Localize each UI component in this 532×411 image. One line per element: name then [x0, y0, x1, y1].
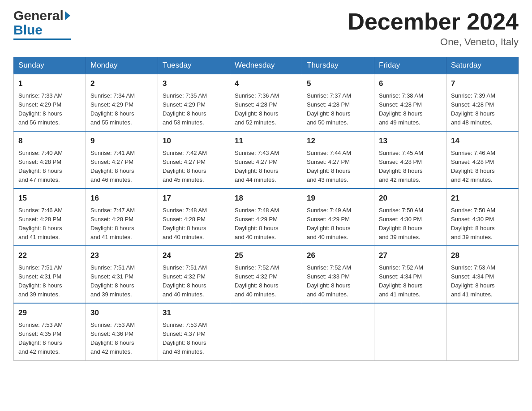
- day-info: Sunrise: 7:51 AMSunset: 4:32 PMDaylight:…: [163, 264, 207, 298]
- day-info: Sunrise: 7:33 AMSunset: 4:29 PMDaylight:…: [18, 92, 63, 126]
- day-number: 19: [307, 193, 369, 204]
- day-info: Sunrise: 7:50 AMSunset: 4:30 PMDaylight:…: [379, 207, 423, 240]
- col-saturday: Saturday: [446, 57, 519, 74]
- col-tuesday: Tuesday: [158, 57, 230, 74]
- calendar-table: Sunday Monday Tuesday Wednesday Thursday…: [13, 57, 519, 360]
- day-number: 14: [451, 135, 514, 147]
- day-number: 16: [90, 193, 153, 204]
- day-number: 13: [379, 135, 442, 147]
- day-number: 15: [18, 193, 81, 204]
- table-row: 11 Sunrise: 7:43 AMSunset: 4:27 PMDaylig…: [230, 131, 302, 188]
- logo-blue-word: Blue: [13, 22, 43, 38]
- day-number: 22: [18, 250, 81, 261]
- day-number: 27: [379, 250, 442, 261]
- day-number: 12: [307, 135, 369, 147]
- day-info: Sunrise: 7:47 AMSunset: 4:28 PMDaylight:…: [90, 207, 135, 240]
- day-number: 3: [163, 78, 225, 90]
- table-row: 3 Sunrise: 7:35 AMSunset: 4:29 PMDayligh…: [158, 74, 230, 131]
- table-row: 10 Sunrise: 7:42 AMSunset: 4:27 PMDaylig…: [158, 131, 230, 188]
- location-text: One, Veneto, Italy: [348, 36, 519, 48]
- day-info: Sunrise: 7:51 AMSunset: 4:31 PMDaylight:…: [18, 264, 63, 298]
- calendar-week-row: 1 Sunrise: 7:33 AMSunset: 4:29 PMDayligh…: [14, 74, 519, 131]
- day-info: Sunrise: 7:45 AMSunset: 4:28 PMDaylight:…: [379, 150, 423, 183]
- table-row: [302, 303, 374, 360]
- calendar-week-row: 22 Sunrise: 7:51 AMSunset: 4:31 PMDaylig…: [14, 246, 519, 303]
- logo-text: General: [13, 9, 64, 22]
- table-row: 14 Sunrise: 7:46 AMSunset: 4:28 PMDaylig…: [446, 131, 519, 188]
- day-info: Sunrise: 7:53 AMSunset: 4:34 PMDaylight:…: [451, 264, 495, 298]
- day-number: 1: [18, 78, 81, 90]
- table-row: 9 Sunrise: 7:41 AMSunset: 4:27 PMDayligh…: [86, 131, 158, 188]
- day-info: Sunrise: 7:51 AMSunset: 4:31 PMDaylight:…: [90, 264, 135, 298]
- day-info: Sunrise: 7:53 AMSunset: 4:35 PMDaylight:…: [18, 321, 63, 355]
- page-header: General Blue December 2024 One, Veneto, …: [13, 9, 519, 48]
- day-number: 28: [451, 250, 514, 261]
- table-row: 6 Sunrise: 7:38 AMSunset: 4:28 PMDayligh…: [374, 74, 446, 131]
- col-wednesday: Wednesday: [230, 57, 302, 74]
- calendar-week-row: 29 Sunrise: 7:53 AMSunset: 4:35 PMDaylig…: [14, 303, 519, 360]
- logo-arrow-icon: [65, 11, 70, 20]
- table-row: 31 Sunrise: 7:53 AMSunset: 4:37 PMDaylig…: [158, 303, 230, 360]
- day-number: 21: [451, 193, 514, 204]
- table-row: 21 Sunrise: 7:50 AMSunset: 4:30 PMDaylig…: [446, 188, 519, 246]
- day-number: 29: [18, 307, 81, 319]
- day-number: 8: [18, 135, 81, 147]
- month-title: December 2024: [348, 9, 519, 34]
- day-number: 5: [307, 78, 369, 90]
- day-info: Sunrise: 7:50 AMSunset: 4:30 PMDaylight:…: [451, 207, 495, 240]
- day-number: 26: [307, 250, 369, 261]
- day-info: Sunrise: 7:52 AMSunset: 4:34 PMDaylight:…: [379, 264, 423, 298]
- table-row: [374, 303, 446, 360]
- calendar-week-row: 15 Sunrise: 7:46 AMSunset: 4:28 PMDaylig…: [14, 188, 519, 246]
- day-info: Sunrise: 7:35 AMSunset: 4:29 PMDaylight:…: [163, 92, 207, 126]
- day-info: Sunrise: 7:48 AMSunset: 4:28 PMDaylight:…: [163, 207, 207, 240]
- table-row: 25 Sunrise: 7:52 AMSunset: 4:32 PMDaylig…: [230, 246, 302, 303]
- table-row: 13 Sunrise: 7:45 AMSunset: 4:28 PMDaylig…: [374, 131, 446, 188]
- day-info: Sunrise: 7:34 AMSunset: 4:29 PMDaylight:…: [90, 92, 135, 126]
- table-row: 4 Sunrise: 7:36 AMSunset: 4:28 PMDayligh…: [230, 74, 302, 131]
- table-row: 17 Sunrise: 7:48 AMSunset: 4:28 PMDaylig…: [158, 188, 230, 246]
- day-info: Sunrise: 7:52 AMSunset: 4:32 PMDaylight:…: [235, 264, 279, 298]
- day-number: 30: [90, 307, 153, 319]
- day-number: 11: [235, 135, 297, 147]
- table-row: [446, 303, 519, 360]
- day-info: Sunrise: 7:53 AMSunset: 4:37 PMDaylight:…: [163, 321, 207, 355]
- day-number: 6: [379, 78, 442, 90]
- table-row: 15 Sunrise: 7:46 AMSunset: 4:28 PMDaylig…: [14, 188, 86, 246]
- table-row: 27 Sunrise: 7:52 AMSunset: 4:34 PMDaylig…: [374, 246, 446, 303]
- table-row: [230, 303, 302, 360]
- day-number: 31: [163, 307, 225, 319]
- table-row: 24 Sunrise: 7:51 AMSunset: 4:32 PMDaylig…: [158, 246, 230, 303]
- day-info: Sunrise: 7:39 AMSunset: 4:28 PMDaylight:…: [451, 92, 495, 126]
- day-info: Sunrise: 7:53 AMSunset: 4:36 PMDaylight:…: [90, 321, 135, 355]
- day-number: 2: [90, 78, 153, 90]
- col-monday: Monday: [86, 57, 158, 74]
- day-number: 23: [90, 250, 153, 261]
- table-row: 18 Sunrise: 7:48 AMSunset: 4:29 PMDaylig…: [230, 188, 302, 246]
- table-row: 26 Sunrise: 7:52 AMSunset: 4:33 PMDaylig…: [302, 246, 374, 303]
- title-area: December 2024 One, Veneto, Italy: [348, 9, 519, 48]
- day-number: 25: [235, 250, 297, 261]
- col-sunday: Sunday: [14, 57, 86, 74]
- day-info: Sunrise: 7:46 AMSunset: 4:28 PMDaylight:…: [451, 150, 495, 183]
- day-number: 18: [235, 193, 297, 204]
- day-info: Sunrise: 7:48 AMSunset: 4:29 PMDaylight:…: [235, 207, 279, 240]
- table-row: 5 Sunrise: 7:37 AMSunset: 4:28 PMDayligh…: [302, 74, 374, 131]
- table-row: 22 Sunrise: 7:51 AMSunset: 4:31 PMDaylig…: [14, 246, 86, 303]
- day-info: Sunrise: 7:40 AMSunset: 4:28 PMDaylight:…: [18, 150, 63, 183]
- col-friday: Friday: [374, 57, 446, 74]
- day-info: Sunrise: 7:52 AMSunset: 4:33 PMDaylight:…: [307, 264, 351, 298]
- day-number: 10: [163, 135, 225, 147]
- table-row: 29 Sunrise: 7:53 AMSunset: 4:35 PMDaylig…: [14, 303, 86, 360]
- day-info: Sunrise: 7:41 AMSunset: 4:27 PMDaylight:…: [90, 150, 135, 183]
- day-info: Sunrise: 7:37 AMSunset: 4:28 PMDaylight:…: [307, 92, 351, 126]
- day-number: 20: [379, 193, 442, 204]
- calendar-header-row: Sunday Monday Tuesday Wednesday Thursday…: [14, 57, 519, 74]
- day-info: Sunrise: 7:42 AMSunset: 4:27 PMDaylight:…: [163, 150, 207, 183]
- table-row: 8 Sunrise: 7:40 AMSunset: 4:28 PMDayligh…: [14, 131, 86, 188]
- table-row: 20 Sunrise: 7:50 AMSunset: 4:30 PMDaylig…: [374, 188, 446, 246]
- day-number: 24: [163, 250, 225, 261]
- table-row: 7 Sunrise: 7:39 AMSunset: 4:28 PMDayligh…: [446, 74, 519, 131]
- table-row: 2 Sunrise: 7:34 AMSunset: 4:29 PMDayligh…: [86, 74, 158, 131]
- table-row: 16 Sunrise: 7:47 AMSunset: 4:28 PMDaylig…: [86, 188, 158, 246]
